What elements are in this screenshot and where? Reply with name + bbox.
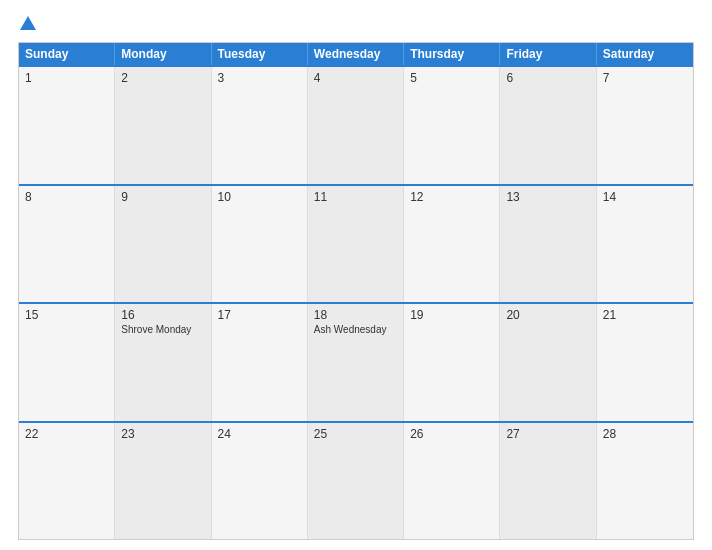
day-number: 22 [25,427,108,441]
calendar-cell: 18Ash Wednesday [308,304,404,421]
dow-sunday: Sunday [19,43,115,65]
calendar-cell: 25 [308,423,404,540]
day-number: 5 [410,71,493,85]
calendar-cell: 23 [115,423,211,540]
logo-triangle-icon [20,16,36,30]
calendar-cell: 27 [500,423,596,540]
day-number: 14 [603,190,687,204]
dow-friday: Friday [500,43,596,65]
day-number: 6 [506,71,589,85]
calendar-cell: 13 [500,186,596,303]
day-number: 9 [121,190,204,204]
day-number: 27 [506,427,589,441]
calendar-week-4: 22232425262728 [19,421,693,540]
dow-wednesday: Wednesday [308,43,404,65]
logo [18,18,36,32]
calendar-page: Sunday Monday Tuesday Wednesday Thursday… [0,0,712,550]
calendar-cell: 24 [212,423,308,540]
day-number: 21 [603,308,687,322]
calendar-cell: 9 [115,186,211,303]
event-label: Shrove Monday [121,324,204,335]
calendar-cell: 5 [404,67,500,184]
day-number: 24 [218,427,301,441]
dow-tuesday: Tuesday [212,43,308,65]
calendar-cell: 8 [19,186,115,303]
calendar-cell: 6 [500,67,596,184]
calendar-week-1: 1234567 [19,65,693,184]
day-number: 2 [121,71,204,85]
calendar-cell: 4 [308,67,404,184]
calendar-cell: 14 [597,186,693,303]
calendar-cell: 16Shrove Monday [115,304,211,421]
calendar-week-3: 1516Shrove Monday1718Ash Wednesday192021 [19,302,693,421]
day-number: 10 [218,190,301,204]
day-number: 15 [25,308,108,322]
day-number: 4 [314,71,397,85]
day-number: 3 [218,71,301,85]
day-number: 25 [314,427,397,441]
calendar-cell: 21 [597,304,693,421]
day-number: 16 [121,308,204,322]
calendar-cell: 7 [597,67,693,184]
day-number: 28 [603,427,687,441]
day-number: 18 [314,308,397,322]
calendar-header: Sunday Monday Tuesday Wednesday Thursday… [19,43,693,65]
calendar-cell: 1 [19,67,115,184]
calendar-cell: 19 [404,304,500,421]
calendar-cell: 15 [19,304,115,421]
calendar-cell: 20 [500,304,596,421]
dow-monday: Monday [115,43,211,65]
calendar-cell: 3 [212,67,308,184]
day-number: 8 [25,190,108,204]
day-number: 11 [314,190,397,204]
dow-saturday: Saturday [597,43,693,65]
calendar: Sunday Monday Tuesday Wednesday Thursday… [18,42,694,540]
calendar-cell: 2 [115,67,211,184]
header [18,18,694,32]
day-number: 17 [218,308,301,322]
day-number: 26 [410,427,493,441]
day-number: 13 [506,190,589,204]
calendar-cell: 28 [597,423,693,540]
calendar-body: 12345678910111213141516Shrove Monday1718… [19,65,693,539]
day-number: 19 [410,308,493,322]
calendar-cell: 26 [404,423,500,540]
calendar-cell: 10 [212,186,308,303]
calendar-cell: 22 [19,423,115,540]
day-number: 7 [603,71,687,85]
day-number: 1 [25,71,108,85]
day-number: 12 [410,190,493,204]
day-number: 20 [506,308,589,322]
calendar-cell: 12 [404,186,500,303]
dow-thursday: Thursday [404,43,500,65]
calendar-cell: 17 [212,304,308,421]
calendar-cell: 11 [308,186,404,303]
calendar-week-2: 891011121314 [19,184,693,303]
event-label: Ash Wednesday [314,324,397,335]
day-number: 23 [121,427,204,441]
